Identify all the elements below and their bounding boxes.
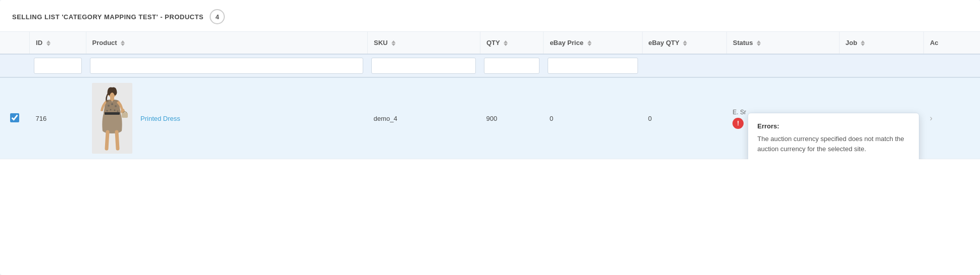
row-id-value: 716 (36, 115, 47, 122)
col-header-qty[interactable]: QTY (480, 32, 543, 54)
row-qty-cell: 900 (480, 77, 543, 159)
filter-cell-status (726, 54, 839, 77)
sort-up-job (861, 40, 865, 43)
sort-down-sku (391, 43, 396, 46)
filter-input-id[interactable] (34, 58, 82, 74)
col-header-product[interactable]: Product (86, 32, 367, 54)
table-container: ID Product SKU (0, 32, 980, 159)
filter-input-product[interactable] (90, 58, 363, 74)
error-icon[interactable]: ! (732, 118, 744, 129)
col-header-ebay-price[interactable]: eBay Price (544, 32, 642, 54)
row-product-cell: Printed Dress (86, 77, 367, 159)
tooltip-body: The auction currency specified does not … (757, 134, 910, 154)
row-ebay-qty-value: 0 (648, 115, 652, 122)
row-status-cell: E. Sr ! Errors: The auction currency spe… (726, 77, 839, 159)
sort-arrows-sku[interactable] (391, 40, 396, 46)
col-header-ac[interactable]: Ac (923, 32, 980, 54)
sort-arrows-ebay-price[interactable] (587, 40, 592, 46)
sort-up-ebay-qty (683, 40, 687, 43)
filter-cell-ebay-price (544, 54, 642, 77)
col-header-status[interactable]: Status (726, 32, 839, 54)
sort-arrows-qty[interactable] (504, 40, 508, 46)
sort-down-id (46, 43, 51, 46)
error-tooltip: Errors: The auction currency specified d… (748, 113, 919, 160)
product-cell-inner: Printed Dress (92, 83, 361, 154)
col-header-sku[interactable]: SKU (367, 32, 480, 54)
row-sku-cell: demo_4 (367, 77, 480, 159)
page-header: SELLING LIST 'CATEGORY MAPPING TEST' - P… (0, 0, 980, 32)
sort-up-qty (504, 40, 508, 43)
svg-rect-11 (122, 113, 128, 118)
col-header-job[interactable]: Job (839, 32, 923, 54)
sort-down-ebay-qty (683, 43, 687, 46)
sort-arrows-id[interactable] (46, 40, 51, 46)
sort-up-id (46, 40, 51, 43)
svg-point-5 (107, 110, 108, 112)
sort-down-qty (504, 43, 508, 46)
products-table: ID Product SKU (0, 32, 980, 159)
col-header-id[interactable]: ID (30, 32, 86, 54)
tooltip-title: Errors: (757, 121, 910, 131)
row-sku-value: demo_4 (373, 115, 397, 122)
filter-cell-ac (923, 54, 980, 77)
filter-row (0, 54, 980, 77)
filter-cell-job (839, 54, 923, 77)
sort-down-job (861, 43, 865, 46)
count-badge: 4 (210, 9, 225, 24)
filter-cell-id (30, 54, 86, 77)
table-header-row: ID Product SKU (0, 32, 980, 54)
filter-input-sku[interactable] (371, 58, 476, 74)
filter-cell-ebay-qty (642, 54, 726, 77)
sort-arrows-product[interactable] (121, 40, 125, 46)
sort-arrows-job[interactable] (861, 40, 865, 46)
sort-up-status (757, 40, 761, 43)
sort-up-ebay-price (587, 40, 592, 43)
filter-cell-sku (367, 54, 480, 77)
sort-arrows-status[interactable] (757, 40, 761, 46)
row-ebay-price-cell: 0 (544, 77, 642, 159)
sort-arrows-ebay-qty[interactable] (683, 40, 687, 46)
svg-point-3 (111, 103, 113, 105)
filter-cell-checkbox (0, 54, 30, 77)
row-id-cell: 716 (30, 77, 86, 159)
page-title: SELLING LIST 'CATEGORY MAPPING TEST' - P… (12, 13, 204, 21)
sort-down-product (121, 43, 125, 46)
svg-point-6 (110, 109, 112, 111)
filter-cell-qty (480, 54, 543, 77)
row-status-value: E. Sr (732, 109, 746, 116)
sort-up-product (121, 40, 125, 43)
row-checkbox-cell (0, 77, 30, 159)
col-header-ebay-qty[interactable]: eBay QTY (642, 32, 726, 54)
row-ebay-qty-cell: 0 (642, 77, 726, 159)
col-header-checkbox (0, 32, 30, 54)
sort-up-sku (391, 40, 396, 43)
row-checkbox[interactable] (10, 113, 19, 122)
product-name-link[interactable]: Printed Dress (140, 115, 180, 122)
sort-down-status (757, 43, 761, 46)
svg-rect-9 (105, 112, 120, 115)
row-ac-cell: › (923, 77, 980, 159)
row-ebay-price-value: 0 (550, 115, 553, 122)
table-row: 716 (0, 77, 980, 159)
row-qty-value: 900 (486, 115, 497, 122)
filter-input-qty[interactable] (484, 58, 539, 74)
svg-point-2 (108, 105, 110, 107)
product-image (92, 83, 132, 154)
filter-cell-product (86, 54, 367, 77)
svg-point-8 (117, 111, 119, 112)
sort-down-ebay-price (587, 43, 592, 46)
svg-point-4 (115, 105, 117, 107)
filter-input-ebay-price[interactable] (548, 58, 638, 74)
svg-point-7 (114, 110, 116, 111)
product-image-svg (94, 85, 130, 151)
chevron-right-icon[interactable]: › (929, 114, 932, 122)
